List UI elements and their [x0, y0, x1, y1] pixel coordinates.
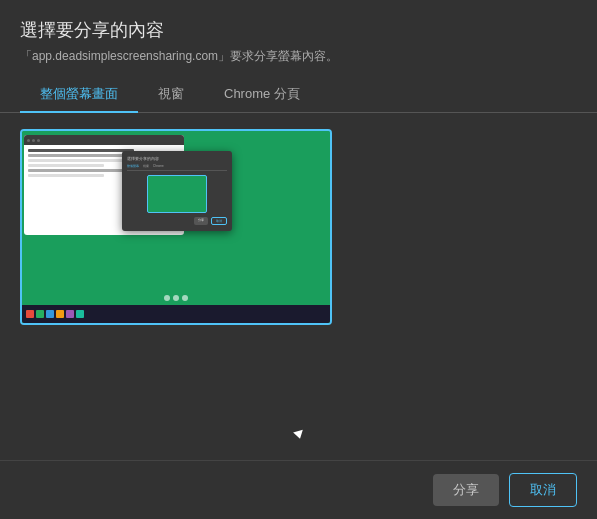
screen-thumbnail[interactable]: 選擇要分享的內容 整個螢幕 視窗 Chrome 分享 取消	[20, 129, 332, 325]
inner-dialog-title: 選擇要分享的內容	[127, 156, 227, 161]
screenshot-browser-bar	[24, 135, 184, 145]
content-line-1	[28, 149, 134, 152]
inner-tab-window: 視窗	[143, 164, 149, 168]
tab-bar: 整個螢幕畫面 視窗 Chrome 分頁	[0, 77, 597, 113]
mouse-cursor	[294, 431, 304, 439]
inner-tab-chrome: Chrome	[153, 164, 164, 168]
inner-tab-screen: 整個螢幕	[127, 164, 139, 168]
taskbar-icons	[26, 310, 84, 318]
inner-tabs: 整個螢幕 視窗 Chrome	[127, 164, 227, 171]
taskbar-icon-4	[56, 310, 64, 318]
share-screen-dialog: 選擇要分享的內容 「app.deadsimplescreensharing.co…	[0, 0, 597, 519]
inner-share-btn: 分享	[194, 217, 208, 225]
taskbar-icon-3	[46, 310, 54, 318]
screen-preview-area: 選擇要分享的內容 整個螢幕 視窗 Chrome 分享 取消	[20, 129, 577, 444]
browser-dot-1	[27, 139, 30, 142]
screenshot-taskbar	[22, 305, 330, 323]
center-icon-3	[182, 295, 188, 301]
tab-entire-screen[interactable]: 整個螢幕畫面	[20, 77, 138, 113]
tab-chrome[interactable]: Chrome 分頁	[204, 77, 320, 113]
dialog-subtitle: 「app.deadsimplescreensharing.com」要求分享螢幕內…	[0, 48, 597, 77]
desktop-center-icons	[164, 295, 188, 301]
browser-dot-3	[37, 139, 40, 142]
inner-dialog-buttons: 分享 取消	[127, 217, 227, 225]
inner-screen-preview	[147, 175, 207, 213]
taskbar-icon-5	[66, 310, 74, 318]
screenshot-inner-dialog: 選擇要分享的內容 整個螢幕 視窗 Chrome 分享 取消	[122, 151, 232, 231]
taskbar-icon-2	[36, 310, 44, 318]
taskbar-icon-6	[76, 310, 84, 318]
share-button[interactable]: 分享	[433, 474, 499, 506]
dialog-footer: 分享 取消	[0, 460, 597, 519]
dialog-title: 選擇要分享的內容	[0, 0, 597, 48]
browser-dot-2	[32, 139, 35, 142]
center-icon-1	[164, 295, 170, 301]
content-line-4	[28, 164, 104, 167]
taskbar-icon-1	[26, 310, 34, 318]
screen-inner: 選擇要分享的內容 整個螢幕 視窗 Chrome 分享 取消	[22, 131, 330, 323]
content-line-6	[28, 174, 104, 177]
inner-cancel-btn: 取消	[211, 217, 227, 225]
center-icon-2	[173, 295, 179, 301]
tab-window[interactable]: 視窗	[138, 77, 204, 113]
tab-content-area: 選擇要分享的內容 整個螢幕 視窗 Chrome 分享 取消	[0, 113, 597, 460]
cancel-button[interactable]: 取消	[509, 473, 577, 507]
